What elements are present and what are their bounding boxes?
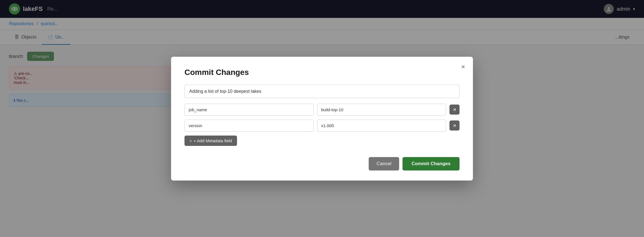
add-metadata-button[interactable]: + + Add Metadata field	[184, 136, 237, 146]
metadata-key-input-0[interactable]	[184, 104, 314, 116]
commit-changes-button[interactable]: Commit Changes	[402, 157, 460, 170]
metadata-value-input-0[interactable]	[317, 104, 446, 116]
commit-message-input[interactable]	[184, 85, 460, 98]
remove-metadata-button-1[interactable]: ✕	[449, 120, 460, 131]
modal-close-button[interactable]: ×	[461, 63, 465, 70]
add-metadata-label: + Add Metadata field	[194, 138, 232, 143]
cancel-button[interactable]: Cancel	[369, 157, 399, 170]
metadata-value-input-1[interactable]	[317, 120, 446, 132]
commit-changes-modal: Commit Changes × ✕ ✕ + + Add Metadata fi…	[171, 57, 473, 181]
metadata-row-1: ✕	[184, 120, 460, 132]
modal-footer: Cancel Commit Changes	[184, 157, 460, 170]
modal-title: Commit Changes	[184, 68, 460, 77]
remove-metadata-button-0[interactable]: ✕	[449, 105, 460, 115]
metadata-key-input-1[interactable]	[184, 120, 314, 132]
modal-overlay: Commit Changes × ✕ ✕ + + Add Metadata fi…	[0, 0, 644, 237]
metadata-row-0: ✕	[184, 104, 460, 116]
plus-icon: +	[190, 138, 192, 143]
